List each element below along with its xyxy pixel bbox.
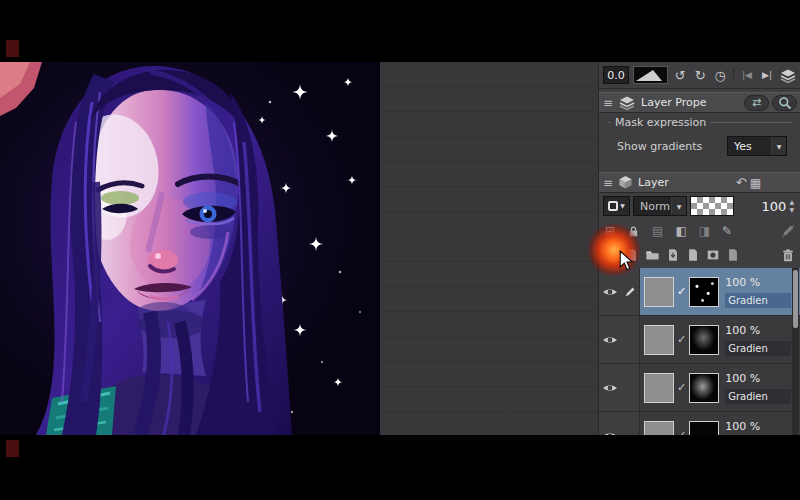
layer-thumbnail[interactable] [644, 277, 674, 307]
workspace-icon[interactable] [779, 68, 797, 83]
visibility-toggle[interactable] [599, 316, 621, 363]
visibility-toggle[interactable] [599, 412, 621, 435]
ruler-pen-icon[interactable] [781, 224, 795, 238]
pen-icon [624, 286, 636, 298]
grid-icon[interactable]: ▦ [750, 177, 761, 189]
jump-back-icon[interactable]: |◀ [739, 71, 755, 80]
mask-circle-icon [706, 248, 720, 262]
mask-thumbnail[interactable] [689, 325, 719, 355]
layer-opacity: 100 % [725, 372, 791, 385]
blend-mode-dropdown[interactable]: Norm ▼ [633, 196, 687, 216]
layer-list-scrollbar[interactable] [792, 268, 799, 435]
editing-indicator [621, 412, 640, 435]
layer-row[interactable]: ✓ 100 % Gradien [599, 316, 800, 364]
canvas-artwork[interactable] [0, 62, 380, 435]
layer-name[interactable]: Gradien [725, 389, 791, 404]
paper-down-icon [666, 248, 680, 262]
preview-shape [634, 67, 668, 83]
layer-opacity: 100 % [725, 324, 791, 337]
stepper-up-icon[interactable]: ▲ [789, 199, 794, 205]
layer-properties-header: ≡ Layer Prope ⇄ [599, 92, 800, 113]
mask-link-check[interactable]: ✓ [677, 381, 686, 394]
pen-slash-icon [781, 224, 795, 238]
layer-row[interactable]: ✓ 100 % Gradien [599, 268, 800, 316]
layer-list: ✓ 100 % Gradien [599, 268, 800, 435]
layer-name[interactable]: Gradien [725, 293, 791, 308]
new-folder-button[interactable] [645, 248, 660, 262]
panel-menu-icon[interactable]: ≡ [603, 177, 613, 189]
mask-link-check[interactable]: ✓ [677, 429, 686, 435]
layers-stack-icon [779, 68, 797, 83]
app-viewport: 0.0 ↺ ↻ ◷ |◀ ▶| [0, 62, 800, 435]
layer-thumbnail[interactable] [644, 421, 674, 436]
layer-opacity: 100 % [725, 276, 791, 289]
visibility-toggle[interactable] [599, 268, 621, 315]
mask-thumbnail[interactable] [689, 277, 719, 307]
draft-layer-icon[interactable]: ✎ [722, 225, 732, 237]
scrollbar-thumb[interactable] [793, 270, 798, 328]
undo-icon[interactable]: ↺ [672, 69, 688, 82]
video-marker-bottom [6, 440, 19, 457]
eye-icon [602, 286, 618, 298]
new-vector-layer-button[interactable] [625, 248, 639, 262]
mask-thumbnail[interactable] [689, 373, 719, 403]
layer-thumbnail[interactable] [644, 325, 674, 355]
show-gradients-label: Show gradients [617, 140, 702, 153]
clip-to-layer-icon[interactable]: ⊞ [605, 225, 615, 237]
lock-layer-icon[interactable] [627, 225, 640, 238]
video-marker-top [6, 40, 19, 57]
layer-controls: ▼ Norm ▼ 100 ▲ ▼ [599, 194, 800, 218]
video-frame: 0.0 ↺ ↻ ◷ |◀ ▶| [0, 0, 800, 500]
blend-mode-value: Norm [634, 200, 671, 213]
paper-check-icon [726, 248, 740, 262]
layer-panel-header: ≡ Layer ↶ ▦ [599, 172, 800, 193]
layer-name[interactable]: Gradien [725, 341, 791, 356]
apply-mask-button[interactable] [726, 248, 740, 262]
delete-layer-button[interactable] [781, 248, 795, 263]
editing-indicator [621, 268, 640, 315]
search-button[interactable] [772, 95, 797, 111]
layer-cube-icon [618, 175, 633, 190]
history-icon[interactable]: ◷ [712, 69, 728, 82]
opacity-control[interactable]: 100 ▲ ▼ [762, 199, 797, 214]
value-box[interactable]: 0.0 [603, 66, 629, 84]
redo-icon[interactable]: ↻ [692, 69, 708, 82]
opacity-value: 100 [762, 199, 787, 214]
mask-expression-group: Mask expression Show gradients Yes ▼ [607, 116, 793, 156]
blend-thumbnail-dropdown[interactable]: ▼ [603, 196, 630, 216]
trash-icon [781, 248, 795, 263]
mask-link-check[interactable]: ✓ [677, 333, 686, 346]
layer-properties-content: Mask expression Show gradients Yes ▼ [599, 114, 800, 170]
eye-icon [602, 430, 618, 436]
dropdown-value: Yes [728, 140, 771, 153]
layer-lock-toolbar: ⊞ ▤ ◧ ◨ ✎ [599, 220, 800, 242]
quick-access-toolbar: 0.0 ↺ ↻ ◷ |◀ ▶| [599, 62, 800, 89]
mask-thumbnail[interactable] [689, 421, 719, 436]
mask-visible-icon[interactable]: ◨ [699, 225, 710, 237]
history-back-icon[interactable]: ↶ [736, 176, 747, 189]
stepper-down-icon[interactable]: ▼ [789, 207, 794, 213]
mask-link-check[interactable]: ✓ [677, 285, 686, 298]
new-raster-layer-button[interactable] [605, 248, 619, 262]
left-eye [101, 191, 139, 213]
swap-palette-button[interactable]: ⇄ [744, 95, 769, 111]
transfer-down-button[interactable] [666, 248, 680, 262]
visibility-toggle[interactable] [599, 364, 621, 411]
right-eye [182, 192, 237, 239]
show-gradients-dropdown[interactable]: Yes ▼ [727, 136, 787, 156]
opacity-stepper[interactable]: ▲ ▼ [789, 199, 794, 213]
navigator-preview[interactable] [633, 66, 668, 84]
enable-mask-icon[interactable]: ◧ [675, 225, 686, 237]
layer-row[interactable]: ✓ 100 % [599, 412, 800, 435]
layer-row[interactable]: ✓ 100 % Gradien [599, 364, 800, 412]
merge-down-button[interactable] [686, 248, 700, 262]
lock-transparency-icon[interactable]: ▤ [652, 225, 663, 237]
toolbar-separator [733, 68, 734, 82]
chevron-down-icon: ▼ [620, 203, 625, 209]
panel-menu-icon[interactable]: ≡ [603, 97, 613, 109]
gradient-preview[interactable] [690, 196, 734, 216]
layer-thumbnail[interactable] [644, 373, 674, 403]
canvas-workspace[interactable] [380, 62, 598, 435]
layer-mask-button[interactable] [706, 248, 720, 262]
jump-forward-icon[interactable]: ▶| [759, 71, 775, 80]
